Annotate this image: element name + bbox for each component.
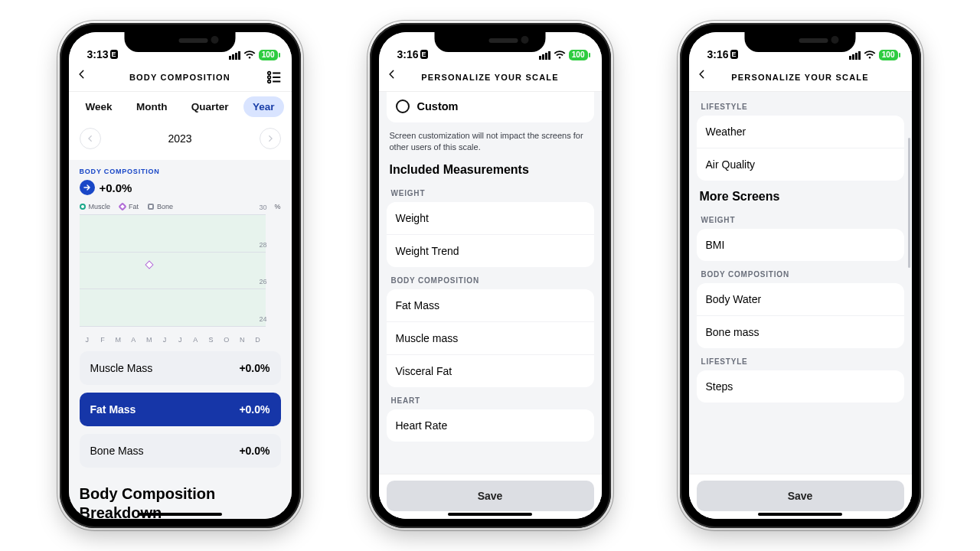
- group-label: LIFESTYLE: [689, 348, 912, 370]
- status-indicator-icon: E: [420, 50, 428, 59]
- group-label: HEART: [379, 387, 602, 409]
- list-options-button[interactable]: [266, 69, 283, 86]
- ytick: 28: [259, 241, 266, 249]
- delta-value: +0.0%: [100, 181, 132, 194]
- ytick: 30: [259, 204, 266, 211]
- cell-signal-icon: [849, 51, 861, 60]
- nav-bar: BODY COMPOSITION: [69, 63, 292, 92]
- option-steps[interactable]: Steps: [697, 370, 904, 403]
- option-air-quality[interactable]: Air Quality: [697, 148, 904, 181]
- section-label: BODY COMPOSITION: [80, 168, 281, 175]
- radio-custom[interactable]: Custom: [393, 98, 588, 115]
- battery-icon: 100: [259, 50, 278, 60]
- back-button[interactable]: [387, 69, 403, 86]
- clock: 3:16: [397, 48, 419, 60]
- svg-point-4: [267, 80, 270, 83]
- clock: 3:16: [707, 48, 729, 60]
- section-heading: More Screens: [689, 181, 912, 207]
- option-weather[interactable]: Weather: [697, 116, 904, 148]
- legend-fat-label: Fat: [129, 203, 139, 210]
- scrollbar[interactable]: [908, 138, 910, 268]
- option-heart-rate[interactable]: Heart Rate: [387, 409, 594, 442]
- year-prev-button[interactable]: [80, 128, 101, 149]
- back-button[interactable]: [697, 69, 714, 86]
- chevron-left-icon: [387, 69, 397, 80]
- page-title: BODY COMPOSITION: [129, 73, 230, 82]
- tab-year[interactable]: Year: [243, 96, 284, 117]
- metric-name: Fat Mass: [90, 403, 136, 416]
- back-button[interactable]: [77, 69, 93, 86]
- chevron-right-icon: [266, 135, 274, 142]
- legend-fat-icon: [118, 202, 126, 210]
- cell-signal-icon: [539, 51, 550, 60]
- legend-bone-label: Bone: [157, 203, 173, 210]
- chevron-left-icon: [77, 69, 87, 80]
- metric-name: Bone Mass: [90, 445, 144, 457]
- tab-quarter[interactable]: Quarter: [182, 96, 238, 117]
- chart-x-axis: J F M A M J J A S O N D: [80, 336, 266, 344]
- home-indicator[interactable]: [758, 513, 842, 516]
- option-weight[interactable]: Weight: [387, 202, 594, 234]
- ytick: 26: [259, 278, 266, 285]
- metric-muscle-mass[interactable]: Muscle Mass +0.0%: [80, 351, 281, 385]
- battery-icon: 100: [879, 50, 898, 60]
- radio-label: Custom: [417, 100, 459, 112]
- legend-muscle-label: Muscle: [89, 203, 111, 210]
- svg-point-2: [267, 76, 270, 79]
- trend-arrow-icon: [80, 180, 95, 195]
- option-body-water[interactable]: Body Water: [697, 283, 904, 315]
- radio-unchecked-icon: [396, 99, 410, 113]
- option-weight-trend[interactable]: Weight Trend: [387, 234, 594, 267]
- group-label: BODY COMPOSITION: [379, 267, 602, 289]
- metric-value: +0.0%: [239, 362, 270, 374]
- metric-value: +0.0%: [239, 403, 270, 416]
- group-label: WEIGHT: [379, 180, 602, 202]
- save-button[interactable]: Save: [387, 481, 594, 511]
- notch: [745, 32, 856, 52]
- nav-bar: PERSONALIZE YOUR SCALE: [689, 63, 912, 92]
- section-heading: Included Measurements: [379, 154, 602, 180]
- range-tabs: Week Month Quarter Year: [69, 92, 292, 125]
- battery-icon: 100: [569, 50, 588, 60]
- legend-bone-icon: [148, 204, 154, 210]
- nav-bar: PERSONALIZE YOUR SCALE: [379, 63, 602, 92]
- group-label: BODY COMPOSITION: [689, 261, 912, 283]
- option-muscle-mass[interactable]: Muscle mass: [387, 321, 594, 354]
- chart-unit: %: [274, 203, 280, 210]
- wifi-icon: [864, 51, 876, 60]
- clock: 3:13: [87, 48, 109, 60]
- home-indicator[interactable]: [448, 513, 532, 516]
- phone-frame-3: 3:16E 100 PERSONALIZE YOUR SCALE LIFESTY…: [680, 23, 921, 528]
- chevron-left-icon: [697, 69, 707, 80]
- list-icon: [266, 69, 283, 86]
- body-composition-chart: 24 26 28 30 J F M A M J: [80, 215, 281, 344]
- notch: [435, 32, 546, 52]
- wifi-icon: [554, 51, 566, 60]
- metric-name: Muscle Mass: [90, 362, 153, 374]
- metric-value: +0.0%: [239, 445, 270, 457]
- page-title: PERSONALIZE YOUR SCALE: [421, 73, 559, 82]
- notch: [125, 32, 236, 52]
- year-next-button[interactable]: [260, 128, 281, 149]
- option-bone-mass[interactable]: Bone mass: [697, 315, 904, 348]
- save-button[interactable]: Save: [697, 481, 904, 511]
- option-fat-mass[interactable]: Fat Mass: [387, 289, 594, 321]
- legend-muscle-icon: [80, 204, 86, 210]
- ytick: 24: [259, 315, 266, 323]
- option-bmi[interactable]: BMI: [697, 229, 904, 261]
- status-indicator-icon: E: [730, 50, 738, 59]
- chart-legend: Muscle Fat Bone %: [80, 203, 281, 210]
- group-label: WEIGHT: [689, 207, 912, 229]
- tab-month[interactable]: Month: [127, 96, 176, 117]
- metric-fat-mass[interactable]: Fat Mass +0.0%: [80, 393, 281, 426]
- chevron-left-icon: [87, 135, 94, 142]
- phone-frame-1: 3:13E 100 BODY COMPOSITION Week: [60, 23, 301, 528]
- group-label: LIFESTYLE: [689, 92, 912, 116]
- metric-bone-mass[interactable]: Bone Mass +0.0%: [80, 434, 281, 468]
- tab-week[interactable]: Week: [77, 96, 122, 117]
- cell-signal-icon: [229, 51, 240, 60]
- option-visceral-fat[interactable]: Visceral Fat: [387, 354, 594, 387]
- status-indicator-icon: E: [110, 50, 118, 59]
- home-indicator[interactable]: [138, 513, 222, 516]
- helper-text: Screen customization will not impact the…: [379, 122, 602, 154]
